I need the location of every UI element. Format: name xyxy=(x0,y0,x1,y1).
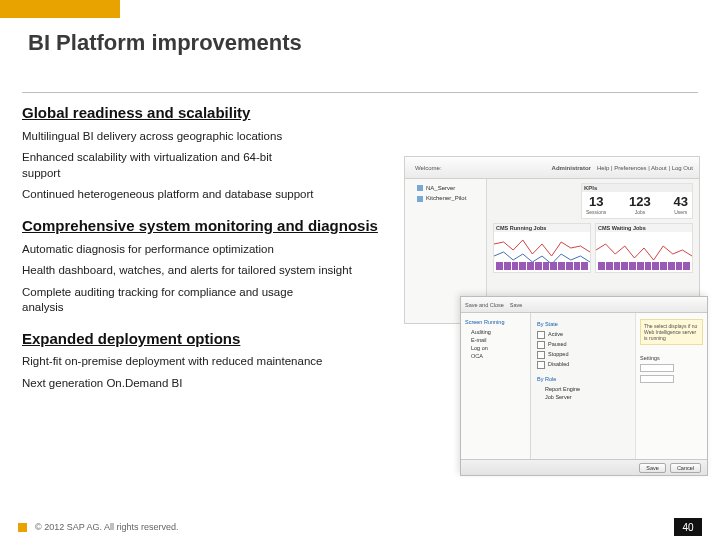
tree-label: NA_Server xyxy=(426,185,455,191)
copyright-text: © 2012 SAP AG. All rights reserved. xyxy=(35,522,179,532)
group-label: By State xyxy=(537,321,629,327)
checkbox-option: Active xyxy=(537,330,629,340)
dialog-toolbar: Save and Close Save xyxy=(461,297,707,313)
tree-label: Kitchener_Pilot xyxy=(426,195,466,201)
section-heading: Global readiness and scalability xyxy=(22,104,402,123)
kpi-value: 123 xyxy=(629,194,651,209)
figure-area: Welcome: Administrator Help | Preference… xyxy=(404,156,700,476)
list-row: Report Engine xyxy=(537,385,629,393)
dialog-footer: Save Cancel xyxy=(461,459,707,475)
mini-chart-waiting: CMS Waiting Jobs xyxy=(595,223,693,273)
group-label: By Role xyxy=(537,376,629,382)
info-note: The select displays if no Web Intelligen… xyxy=(640,319,703,345)
field-label: Settings xyxy=(640,355,703,361)
toolbar-item: Save and Close xyxy=(465,302,504,308)
text-field xyxy=(640,364,674,372)
tree-node: Kitchener_Pilot xyxy=(409,193,482,203)
horizontal-rule xyxy=(22,92,698,93)
kpi-value: 43 xyxy=(674,194,688,209)
mini-chart-running: CMS Running Jobs xyxy=(493,223,591,273)
nav-heading: Screen Running xyxy=(465,319,526,325)
kpi-cell: 43Users xyxy=(674,194,688,215)
slide-title: BI Platform improvements xyxy=(28,30,302,56)
slide-footer: © 2012 SAP AG. All rights reserved. 40 xyxy=(0,514,720,540)
bullet-text: Next generation On.Demand BI xyxy=(22,376,402,392)
nav-item: E-mail xyxy=(465,336,526,344)
text-field xyxy=(640,375,674,383)
cancel-button: Cancel xyxy=(670,463,701,473)
nav-item: Log on xyxy=(465,344,526,352)
kpi-title: KPIs xyxy=(582,184,692,192)
chart-title: CMS Waiting Jobs xyxy=(596,224,692,232)
settings-dialog-screenshot: Save and Close Save Screen Running Audit… xyxy=(460,296,708,476)
save-button: Save xyxy=(639,463,666,473)
kpi-cell: 13Sessions xyxy=(586,194,606,215)
bullet-text: Multilingual BI delivery across geograph… xyxy=(22,129,402,145)
content-column: Global readiness and scalability Multili… xyxy=(22,104,402,397)
dialog-nav: Screen Running Auditing E-mail Log on OC… xyxy=(461,313,531,459)
dashboard-header: Welcome: Administrator Help | Preference… xyxy=(405,157,699,179)
header-links: Help | Preferences | About | Log Out xyxy=(597,165,693,171)
bullet-text: Health dashboard, watches, and alerts fo… xyxy=(22,263,402,279)
kpi-label: Users xyxy=(674,209,687,215)
bullet-text: Automatic diagnosis for performance opti… xyxy=(22,242,402,258)
brand-accent-bar xyxy=(0,0,120,18)
server-icon xyxy=(417,185,423,191)
server-icon xyxy=(417,196,423,202)
kpi-label: Jobs xyxy=(635,209,646,215)
brand-square-icon xyxy=(18,523,27,532)
kpi-panel: KPIs 13Sessions 123Jobs 43Users xyxy=(581,183,693,219)
chart-title: CMS Running Jobs xyxy=(494,224,590,232)
bullet-text: Complete auditing tracking for complianc… xyxy=(22,285,302,316)
dialog-main: By State Active Paused Stopped Disabled … xyxy=(531,313,635,459)
nav-item: Auditing xyxy=(465,328,526,336)
dialog-side: The select displays if no Web Intelligen… xyxy=(635,313,707,459)
toolbar-item: Save xyxy=(510,302,523,308)
list-row: Job Server xyxy=(537,393,629,401)
checkbox-option: Disabled xyxy=(537,360,629,370)
welcome-label: Welcome: xyxy=(415,165,442,171)
kpi-value: 13 xyxy=(589,194,603,209)
tree-node: NA_Server xyxy=(409,183,482,193)
bullet-text: Continued heterogeneous platform and dat… xyxy=(22,187,402,203)
kpi-label: Sessions xyxy=(586,209,606,215)
bullet-text: Enhanced scalability with virtualization… xyxy=(22,150,302,181)
checkbox-option: Paused xyxy=(537,340,629,350)
admin-name: Administrator xyxy=(552,165,591,171)
nav-item: OCA xyxy=(465,352,526,360)
section-heading: Expanded deployment options xyxy=(22,330,402,349)
checkbox-option: Stopped xyxy=(537,350,629,360)
section-heading: Comprehensive system monitoring and diag… xyxy=(22,217,402,236)
bar-row xyxy=(496,262,588,270)
bullet-text: Right-fit on-premise deployment with red… xyxy=(22,354,402,370)
page-number: 40 xyxy=(674,518,702,536)
kpi-cell: 123Jobs xyxy=(629,194,651,215)
bar-row xyxy=(598,262,690,270)
